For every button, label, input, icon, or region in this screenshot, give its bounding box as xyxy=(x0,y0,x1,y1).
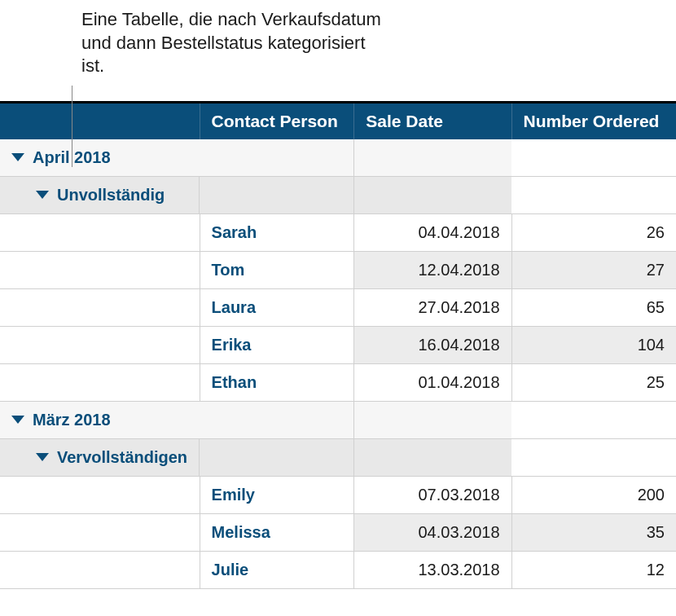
subgroup-spacer xyxy=(354,176,511,213)
table-row: Sarah04.04.201826 xyxy=(0,213,676,251)
header-indent xyxy=(0,103,200,139)
table-row: Erika16.04.2018104 xyxy=(0,326,676,363)
cell-number: 200 xyxy=(511,476,676,513)
cell-number: 65 xyxy=(511,288,676,326)
cell-date: 27.04.2018 xyxy=(354,288,511,326)
disclosure-triangle-icon[interactable] xyxy=(36,191,49,199)
row-indent xyxy=(0,551,200,588)
subgroup-toggle-cell[interactable]: Unvollständig xyxy=(0,177,200,213)
header-number-ordered: Number Ordered xyxy=(511,103,676,139)
table-row: Julie13.03.201812 xyxy=(0,551,676,588)
cell-date: 04.04.2018 xyxy=(354,213,511,251)
group-row[interactable]: April 2018 xyxy=(0,139,676,177)
cell-number: 104 xyxy=(511,326,676,363)
subgroup-label: Unvollständig xyxy=(57,186,165,205)
cell-contact: Erika xyxy=(200,326,354,363)
group-spacer xyxy=(200,139,354,177)
table-row: Laura27.04.201865 xyxy=(0,288,676,326)
header-sale-date: Sale Date xyxy=(354,103,511,139)
cell-contact: Tom xyxy=(200,251,354,288)
cell-date: 07.03.2018 xyxy=(354,476,511,513)
data-table-container: Contact Person Sale Date Number Ordered … xyxy=(0,101,676,589)
callout-line xyxy=(72,86,72,167)
subgroup-spacer xyxy=(200,438,354,476)
row-indent xyxy=(0,326,200,363)
subgroup-spacer xyxy=(200,176,354,213)
group-spacer xyxy=(200,401,354,438)
group-label: März 2018 xyxy=(33,411,111,429)
table-row: Ethan01.04.201825 xyxy=(0,363,676,401)
cell-date: 04.03.2018 xyxy=(354,513,511,551)
table-row: Emily07.03.2018200 xyxy=(0,476,676,513)
header-contact-person: Contact Person xyxy=(200,103,354,139)
subgroup-toggle-cell[interactable]: Vervollständigen xyxy=(0,439,200,476)
callout-text: Eine Tabelle, die nach Verkaufsdatum und… xyxy=(0,0,391,78)
group-spacer xyxy=(354,401,511,438)
cell-number: 25 xyxy=(511,363,676,401)
subgroup-label: Vervollständigen xyxy=(57,448,187,467)
row-indent xyxy=(0,288,200,326)
cell-contact: Emily xyxy=(200,476,354,513)
categorized-table: Contact Person Sale Date Number Ordered … xyxy=(0,103,676,589)
row-indent xyxy=(0,476,200,513)
cell-number: 26 xyxy=(511,213,676,251)
cell-number: 12 xyxy=(511,551,676,588)
cell-number: 35 xyxy=(511,513,676,551)
callout-annotation: Eine Tabelle, die nach Verkaufsdatum und… xyxy=(0,0,676,78)
cell-number: 27 xyxy=(511,251,676,288)
table-row: Melissa04.03.201835 xyxy=(0,513,676,551)
disclosure-triangle-icon[interactable] xyxy=(11,153,24,161)
cell-date: 12.04.2018 xyxy=(354,251,511,288)
cell-contact: Sarah xyxy=(200,213,354,251)
row-indent xyxy=(0,363,200,401)
row-indent xyxy=(0,251,200,288)
table-row: Tom12.04.201827 xyxy=(0,251,676,288)
row-indent xyxy=(0,213,200,251)
row-indent xyxy=(0,513,200,551)
group-toggle-cell[interactable]: April 2018 xyxy=(0,139,200,176)
cell-contact: Julie xyxy=(200,551,354,588)
group-row[interactable]: März 2018 xyxy=(0,401,676,438)
group-spacer xyxy=(354,139,511,177)
cell-contact: Laura xyxy=(200,288,354,326)
cell-date: 01.04.2018 xyxy=(354,363,511,401)
cell-contact: Ethan xyxy=(200,363,354,401)
cell-date: 13.03.2018 xyxy=(354,551,511,588)
disclosure-triangle-icon[interactable] xyxy=(11,416,24,424)
table-header-row: Contact Person Sale Date Number Ordered xyxy=(0,103,676,139)
subgroup-spacer xyxy=(354,438,511,476)
disclosure-triangle-icon[interactable] xyxy=(36,453,49,461)
group-toggle-cell[interactable]: März 2018 xyxy=(0,402,200,438)
cell-contact: Melissa xyxy=(200,513,354,551)
subgroup-row[interactable]: Unvollständig xyxy=(0,176,676,213)
subgroup-row[interactable]: Vervollständigen xyxy=(0,438,676,476)
cell-date: 16.04.2018 xyxy=(354,326,511,363)
